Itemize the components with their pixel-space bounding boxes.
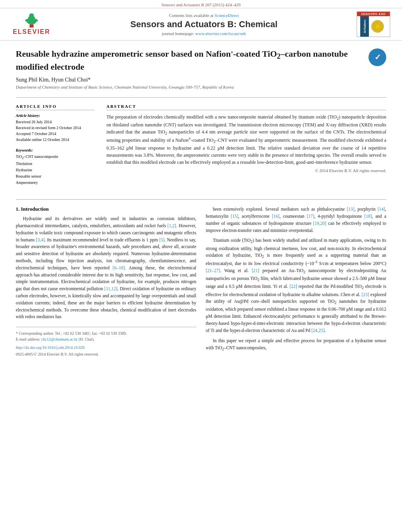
ref-22[interactable]: [22] <box>290 284 297 289</box>
article-body: Reusable hydrazine amperometric sensor b… <box>0 41 402 365</box>
journal-header: ELSEVIER Contents lists available at Sci… <box>0 8 402 41</box>
divider-2 <box>16 199 386 200</box>
keywords-block: Keywords: TiO2–CNT nanocomposite Thiolat… <box>16 148 95 186</box>
contents-label: Contents lists available at <box>169 13 214 18</box>
svg-rect-0 <box>30 24 34 28</box>
ref-14[interactable]: [14] <box>378 207 385 211</box>
doi-line: http://dx.doi.org/10.1016/j.snb.2014.10.… <box>16 345 196 350</box>
ref-23[interactable]: [23] <box>361 292 369 297</box>
article-title-section: Reusable hydrazine amperometric sensor b… <box>16 48 386 73</box>
footnote-corresponding: * Corresponding author. Tel.: +82 62 530… <box>16 330 196 336</box>
journal-citation: Sensors and Actuators B 207 (2015) 424–4… <box>0 0 402 8</box>
ref-19-20[interactable]: [19,20] <box>313 221 327 226</box>
journal-header-center: Contents lists available at ScienceDirec… <box>51 13 357 36</box>
ref-17[interactable]: [17] <box>307 214 314 219</box>
ref-11-12[interactable]: [11,12] <box>104 286 117 291</box>
actuators-vertical-text: AcTuators <box>363 20 366 33</box>
keyword-5: Amperometry <box>16 180 95 186</box>
svg-point-8 <box>376 24 380 28</box>
ref-16[interactable]: [16] <box>272 214 279 219</box>
article-info-abstract: ARTICLE INFO Article history: Received 2… <box>16 104 386 191</box>
received1: Received 26 July 2014 <box>16 119 95 125</box>
journal-short: Sensors and Actuators B 207 (2015) 424–4… <box>162 2 240 7</box>
ref-15[interactable]: [15] <box>231 214 238 219</box>
authors-text: Sung Phil Kim, Hyun Chul Choi* <box>16 77 91 83</box>
ref-3-4[interactable]: [3,4] <box>36 237 45 242</box>
footnote-email-link[interactable]: chc12@chonnam.ac.kr <box>41 337 78 341</box>
svg-point-3 <box>29 13 34 17</box>
divider-1 <box>16 97 386 98</box>
article-info: ARTICLE INFO Article history: Received 2… <box>16 104 95 191</box>
keyword-4: Reusable sensor <box>16 173 95 180</box>
crossmark-badge[interactable]: ✓ <box>368 48 386 66</box>
keywords-label: Keywords: <box>16 148 95 152</box>
body-right: been extensively explored. Several media… <box>206 206 386 357</box>
ref-13[interactable]: [13] <box>347 207 354 211</box>
elsevier-wordmark: ELSEVIER <box>13 28 50 35</box>
affiliation: Department of Chemistry and Institute of… <box>16 85 386 89</box>
doi-link[interactable]: http://dx.doi.org/10.1016/j.snb.2014.10.… <box>16 345 85 350</box>
abstract-text: The preparation of electrodes chemically… <box>106 113 386 166</box>
crossmark-icon: ✓ <box>370 50 385 65</box>
ref-24-25[interactable]: [24,25] <box>311 328 325 333</box>
sensors-logo: SENSORS AND AcTuators <box>357 11 390 37</box>
svg-point-5 <box>33 19 38 22</box>
ref-21-27[interactable]: [21–27] <box>206 268 220 273</box>
sensors-wafer-icon <box>369 19 387 34</box>
contents-available: Contents lists available at ScienceDirec… <box>51 13 357 18</box>
keyword-2: Thiolation <box>16 161 95 167</box>
ref-21[interactable]: [21] <box>252 268 259 273</box>
body-left: 1. Introduction Hydrazine and its deriva… <box>16 206 196 357</box>
homepage-url[interactable]: www.elsevier.com/locate/snb <box>195 31 246 36</box>
sciencedirect-link[interactable]: ScienceDirect <box>214 13 239 18</box>
section-1-heading: 1. Introduction <box>16 206 196 212</box>
body-text-left: Hydrazine and its derivatives are widely… <box>16 215 196 321</box>
abstract-title: ABSTRACT <box>106 104 386 110</box>
keyword-3: Hydrazine <box>16 167 95 173</box>
footnote-email: E-mail address: chc12@chonnam.ac.kr (H. … <box>16 336 196 342</box>
page-wrapper: Sensors and Actuators B 207 (2015) 424–4… <box>0 0 402 532</box>
body-text-right: been extensively explored. Several media… <box>206 206 386 352</box>
ref-18[interactable]: [18] <box>364 214 372 219</box>
article-info-title: ARTICLE INFO <box>16 104 95 110</box>
journal-homepage: journal homepage: www.elsevier.com/locat… <box>51 31 357 36</box>
svg-text:✓: ✓ <box>374 53 381 61</box>
ref-5[interactable]: [5] <box>159 237 164 242</box>
svg-point-4 <box>25 19 30 22</box>
accepted: Accepted 7 October 2014 <box>16 131 95 137</box>
elsevier-logo: ELSEVIER <box>12 13 51 36</box>
ref-6-10[interactable]: [6–10] <box>113 265 125 270</box>
received2: Received in revised form 2 October 2014 <box>16 125 95 131</box>
copyright-line: © 2014 Elsevier B.V. All rights reserved… <box>106 168 386 173</box>
footnote-area: * Corresponding author. Tel.: +82 62 530… <box>16 327 196 357</box>
keyword-1: TiO2–CNT nanocomposite <box>16 154 95 161</box>
body-columns: 1. Introduction Hydrazine and its deriva… <box>16 206 386 357</box>
available: Available online 12 October 2014 <box>16 137 95 143</box>
journal-title: Sensors and Actuators B: Chemical <box>51 19 357 30</box>
homepage-label: journal homepage: <box>162 31 194 36</box>
issn-line: 0925-4005/© 2014 Elsevier B.V. All right… <box>16 351 196 357</box>
abstract-section: ABSTRACT The preparation of electrodes c… <box>106 104 386 191</box>
history-label: Article history: <box>16 113 95 118</box>
ref-1-2[interactable]: [1,2] <box>168 223 176 228</box>
article-title: Reusable hydrazine amperometric sensor b… <box>16 48 368 73</box>
sensors-top-bar: SENSORS AND <box>357 12 390 16</box>
elsevier-tree-icon <box>20 13 43 28</box>
history-block: Article history: Received 26 July 2014 R… <box>16 113 95 143</box>
authors: Sung Phil Kim, Hyun Chul Choi* <box>16 77 386 83</box>
